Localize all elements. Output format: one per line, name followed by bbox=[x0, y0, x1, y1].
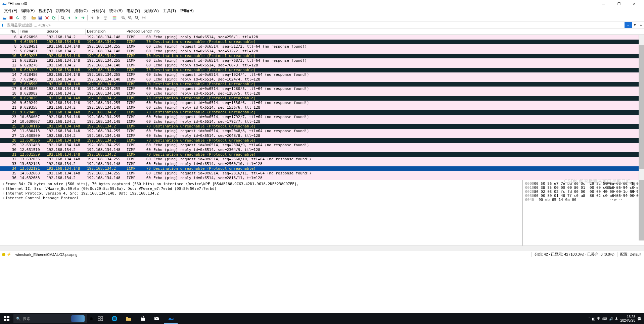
packet-row[interactable]: 167.628590192.168.134.148192.168.134.2IC… bbox=[0, 82, 644, 87]
zoom-reset-button[interactable] bbox=[134, 15, 140, 21]
maximize-button[interactable]: ❐ bbox=[611, 0, 627, 7]
packet-row[interactable]: 126.628278192.168.134.2192.168.134.148IC… bbox=[0, 63, 644, 68]
clock-time[interactable]: 13:28 bbox=[620, 315, 636, 319]
status-filename[interactable]: wireshark_Ethernet0MJAUO2.pcapng bbox=[13, 253, 532, 257]
packet-row[interactable]: 198.629029192.168.134.148192.168.134.2IC… bbox=[0, 96, 644, 101]
tree-toggle-icon[interactable]: › bbox=[2, 196, 5, 200]
display-filter-input[interactable] bbox=[5, 22, 625, 29]
packet-row[interactable]: 2811.630556192.168.134.148192.168.134.2I… bbox=[0, 138, 644, 143]
close-button[interactable]: ✕ bbox=[627, 0, 642, 7]
menu-item[interactable]: 视图(V) bbox=[37, 7, 54, 14]
status-profile[interactable]: 配置: Default bbox=[617, 252, 644, 257]
packet-list[interactable]: 64.626898192.168.134.2192.168.134.148ICM… bbox=[0, 35, 644, 180]
tray-up-icon[interactable]: ˄ bbox=[588, 317, 590, 321]
column-protocol[interactable]: Protocol bbox=[125, 29, 140, 35]
detail-tree-item[interactable]: › Ethernet II, Src: VMware_8c:59:6a (00:… bbox=[2, 186, 520, 191]
zoom-out-button[interactable] bbox=[127, 15, 133, 21]
task-view-button[interactable] bbox=[94, 313, 107, 324]
column-length[interactable]: Length bbox=[140, 29, 152, 35]
tray-input-icon[interactable]: ⌨ bbox=[602, 317, 607, 321]
menu-item[interactable]: 帮助(H) bbox=[178, 7, 196, 14]
detail-tree-item[interactable]: › Internet Protocol Version 4, Src: 192.… bbox=[2, 191, 520, 196]
minimize-button[interactable]: — bbox=[596, 0, 611, 7]
column-info[interactable]: Info bbox=[152, 29, 644, 35]
column-no[interactable]: No. bbox=[0, 29, 18, 35]
edge-icon[interactable] bbox=[108, 313, 121, 324]
hex-line[interactable]: 003000 00 80 01 48 7f c0 a8 86 02 c0 a8 … bbox=[525, 194, 642, 198]
packet-row[interactable]: 95.628451192.168.134.2192.168.134.148ICM… bbox=[0, 49, 644, 54]
packet-row[interactable]: 2510.630116192.168.134.148192.168.134.2I… bbox=[0, 124, 644, 129]
zoom-in-button[interactable] bbox=[121, 15, 127, 21]
column-source[interactable]: Source bbox=[45, 29, 86, 35]
packet-row[interactable]: 3012.631510192.168.134.2192.168.134.148I… bbox=[0, 148, 644, 152]
packet-row[interactable]: 2310.630007192.168.134.148192.168.134.25… bbox=[0, 115, 644, 119]
detail-tree-item[interactable]: › Internet Control Message Protocol bbox=[2, 196, 520, 200]
open-file-button[interactable] bbox=[31, 15, 37, 21]
hex-scrollbar[interactable] bbox=[639, 180, 644, 240]
tree-toggle-icon[interactable]: › bbox=[2, 186, 5, 191]
packet-row[interactable]: 3112.631559192.168.134.148192.168.134.2I… bbox=[0, 152, 644, 157]
reload-button[interactable] bbox=[51, 15, 57, 21]
start-capture-button[interactable] bbox=[1, 15, 7, 21]
hex-line[interactable]: 002086 02 03 02 fc fd 00 00 00 00 45 00 … bbox=[525, 190, 642, 194]
filter-apply-button[interactable]: → bbox=[625, 22, 632, 28]
packet-row[interactable]: 2611.630413192.168.134.148192.168.134.25… bbox=[0, 129, 644, 133]
capture-options-button[interactable] bbox=[21, 15, 28, 21]
filter-dropdown-button[interactable]: ▾ bbox=[632, 22, 638, 29]
menu-item[interactable]: 捕获(C) bbox=[72, 7, 90, 14]
restart-capture-button[interactable] bbox=[15, 15, 21, 21]
auto-scroll-button[interactable] bbox=[102, 15, 108, 21]
tree-toggle-icon[interactable]: › bbox=[2, 182, 5, 186]
taskbar-search[interactable]: 🔍 搜索 bbox=[13, 314, 87, 323]
packet-row[interactable]: 3614.632683192.168.134.2192.168.134.148I… bbox=[0, 176, 644, 180]
store-icon[interactable] bbox=[136, 313, 149, 324]
horizontal-scrollbar[interactable] bbox=[0, 246, 644, 251]
hex-line[interactable]: 001000 38 55 00 00 00 80 01 00 00 c0 a8 … bbox=[525, 185, 642, 190]
packet-row[interactable]: 2912.631403192.168.134.148192.168.134.25… bbox=[0, 143, 644, 148]
packet-row[interactable]: 178.628886192.168.134.148192.168.134.255… bbox=[0, 87, 644, 91]
hex-line[interactable]: 004090 eb 65 14 0a 00··e··· bbox=[525, 198, 642, 202]
find-button[interactable] bbox=[60, 15, 66, 21]
menu-item[interactable]: 工具(T) bbox=[161, 7, 178, 14]
close-file-button[interactable] bbox=[44, 15, 50, 21]
detail-tree-item[interactable]: › Frame 34: 70 bytes on wire (560 bits),… bbox=[2, 181, 520, 186]
packet-row[interactable]: 2711.630509192.168.134.2192.168.134.148I… bbox=[0, 133, 644, 138]
go-to-button[interactable] bbox=[80, 15, 86, 21]
packet-details-pane[interactable]: › Frame 34: 70 bytes on wire (560 bits),… bbox=[0, 180, 523, 246]
menu-item[interactable]: 文件(F) bbox=[2, 7, 19, 14]
menu-item[interactable]: 分析(A) bbox=[90, 7, 107, 14]
packet-row[interactable]: 105.629223192.168.134.148192.168.134.2IC… bbox=[0, 54, 644, 58]
packet-row[interactable]: 3213.632035192.168.134.148192.168.134.25… bbox=[0, 157, 644, 162]
go-first-button[interactable] bbox=[89, 15, 95, 21]
notifications-icon[interactable]: 💬 bbox=[637, 317, 641, 321]
packet-row[interactable]: 219.629358192.168.134.2192.168.134.148IC… bbox=[0, 105, 644, 110]
mail-icon[interactable] bbox=[150, 313, 164, 324]
packet-row[interactable]: 157.628456192.168.134.2192.168.134.148IC… bbox=[0, 77, 644, 82]
go-forward-button[interactable] bbox=[73, 15, 79, 21]
packet-row[interactable]: 85.628451192.168.134.148192.168.134.255I… bbox=[0, 44, 644, 49]
tray-network-icon[interactable]: 🖧 bbox=[615, 317, 618, 321]
tray-ime-icon[interactable]: 中 bbox=[597, 316, 600, 321]
menu-item[interactable]: 无线(W) bbox=[142, 7, 160, 14]
clock-date[interactable]: 2024/5/28 bbox=[620, 319, 636, 322]
bookmark-icon[interactable]: ▮ bbox=[0, 22, 5, 29]
packet-row[interactable]: 3514.632683192.168.134.148192.168.134.25… bbox=[0, 171, 644, 176]
packet-row[interactable]: 209.629249192.168.134.148192.168.134.255… bbox=[0, 101, 644, 105]
column-time[interactable]: Time bbox=[18, 29, 45, 35]
packet-row[interactable]: 3413.632191192.168.134.148192.168.134.2I… bbox=[0, 166, 644, 171]
system-tray[interactable]: ˄ ◧ 中 ⌨ 🔊 🖧 13:28 2024/5/28 💬 bbox=[586, 315, 644, 322]
go-back-button[interactable] bbox=[66, 15, 73, 21]
file-explorer-icon[interactable] bbox=[122, 313, 135, 324]
expert-info-icon[interactable] bbox=[2, 253, 5, 256]
packet-row[interactable]: 188.628982192.168.134.2192.168.134.148IC… bbox=[0, 91, 644, 96]
menu-item[interactable]: 统计(S) bbox=[107, 7, 125, 14]
menu-item[interactable]: 电话(Y) bbox=[125, 7, 142, 14]
packet-list-scrollbar[interactable] bbox=[639, 35, 644, 180]
packet-row[interactable]: 3313.632143192.168.134.2192.168.134.148I… bbox=[0, 162, 644, 166]
colorize-button[interactable] bbox=[111, 15, 118, 21]
packet-row[interactable]: 2410.630007192.168.134.2192.168.134.148I… bbox=[0, 119, 644, 124]
packet-row[interactable]: 229.629405192.168.134.148192.168.134.2IC… bbox=[0, 110, 644, 115]
packet-row[interactable]: 64.626898192.168.134.2192.168.134.148ICM… bbox=[0, 35, 644, 40]
filter-add-button[interactable]: + bbox=[638, 22, 644, 29]
packet-row[interactable]: 116.628129192.168.134.148192.168.134.255… bbox=[0, 58, 644, 63]
